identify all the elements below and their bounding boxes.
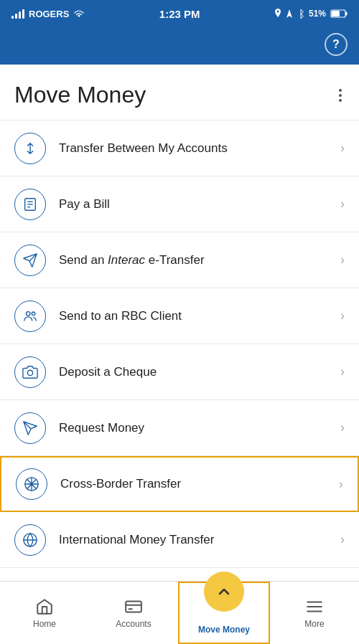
menu-item-cheque[interactable]: Deposit a Cheque › bbox=[0, 344, 359, 400]
arrow-icon bbox=[286, 9, 293, 19]
status-left: ROGERS bbox=[11, 9, 85, 19]
more-label: More bbox=[304, 619, 324, 629]
accounts-label: Accounts bbox=[116, 619, 151, 629]
svg-point-8 bbox=[32, 312, 35, 316]
home-label: Home bbox=[33, 619, 56, 629]
nav-movemoney[interactable]: Move Money bbox=[178, 582, 270, 644]
svg-point-9 bbox=[27, 370, 32, 375]
crossborder-icon bbox=[16, 468, 47, 500]
bluetooth-icon bbox=[297, 9, 304, 19]
battery-icon bbox=[330, 9, 348, 18]
globe-icon bbox=[14, 524, 46, 556]
battery-label: 51% bbox=[309, 9, 326, 19]
chevron-icon: › bbox=[339, 477, 343, 492]
signal-icon bbox=[11, 9, 24, 19]
menu-item-bill[interactable]: Pay a Bill › bbox=[0, 176, 359, 232]
bill-label: Pay a Bill bbox=[59, 197, 340, 212]
accounts-icon bbox=[124, 597, 143, 616]
kebab-menu-button[interactable] bbox=[336, 86, 345, 105]
time-display: 1:23 PM bbox=[159, 8, 200, 20]
svg-rect-1 bbox=[345, 12, 348, 16]
international-label: International Money Transfer bbox=[59, 533, 340, 547]
request-icon bbox=[14, 412, 46, 444]
bill-icon bbox=[14, 189, 46, 220]
menu-item-request[interactable]: Request Money › bbox=[0, 400, 359, 456]
transfer-icon bbox=[14, 133, 46, 164]
menu-list: Transfer Between My Accounts › Pay a Bil… bbox=[0, 120, 359, 584]
page-title-area: Move Money bbox=[0, 65, 359, 120]
menu-item-transfer[interactable]: Transfer Between My Accounts › bbox=[0, 120, 359, 176]
more-icon bbox=[305, 597, 324, 616]
chevron-icon: › bbox=[340, 252, 345, 267]
carrier-label: ROGERS bbox=[29, 9, 69, 19]
status-bar: ROGERS 1:23 PM 51% bbox=[0, 0, 359, 27]
nav-more[interactable]: More bbox=[270, 582, 359, 644]
chevron-icon: › bbox=[340, 364, 345, 379]
rbc-label: Send to an RBC Client bbox=[59, 309, 340, 323]
interac-icon bbox=[14, 245, 46, 276]
chevron-icon: › bbox=[340, 196, 345, 212]
home-icon bbox=[35, 597, 54, 616]
header-bar: ? bbox=[0, 27, 359, 65]
chevron-icon: › bbox=[340, 141, 345, 156]
help-button[interactable]: ? bbox=[325, 33, 348, 56]
movemoney-label: Move Money bbox=[198, 625, 250, 635]
cheque-label: Deposit a Cheque bbox=[59, 365, 340, 379]
page-title: Move Money bbox=[14, 82, 146, 108]
menu-item-interac[interactable]: Send an Interac e-Transfer › bbox=[0, 232, 359, 288]
chevron-icon: › bbox=[340, 308, 345, 323]
nav-home[interactable]: Home bbox=[0, 582, 89, 644]
wifi-icon bbox=[73, 9, 85, 18]
bottom-nav: Home Accounts Move Money More bbox=[0, 581, 359, 644]
chevron-icon: › bbox=[340, 420, 345, 435]
transfer-label: Transfer Between My Accounts bbox=[59, 141, 340, 156]
camera-icon bbox=[14, 356, 46, 388]
location-icon bbox=[274, 9, 281, 19]
interac-label: Send an Interac e-Transfer bbox=[59, 253, 340, 267]
crossborder-label: Cross-Border Transfer bbox=[60, 477, 339, 491]
menu-item-crossborder[interactable]: Cross-Border Transfer › bbox=[0, 456, 359, 512]
movemoney-circle bbox=[204, 572, 244, 612]
menu-item-international[interactable]: International Money Transfer › bbox=[0, 512, 359, 568]
svg-rect-12 bbox=[126, 601, 141, 612]
request-label: Request Money bbox=[59, 421, 340, 435]
nav-accounts[interactable]: Accounts bbox=[89, 582, 178, 644]
chevron-icon: › bbox=[340, 532, 345, 547]
people-icon bbox=[14, 300, 46, 332]
chevron-up-icon bbox=[215, 583, 233, 600]
svg-rect-2 bbox=[332, 11, 340, 16]
status-right: 51% bbox=[274, 9, 348, 19]
menu-item-rbc[interactable]: Send to an RBC Client › bbox=[0, 288, 359, 344]
svg-point-7 bbox=[27, 311, 31, 316]
